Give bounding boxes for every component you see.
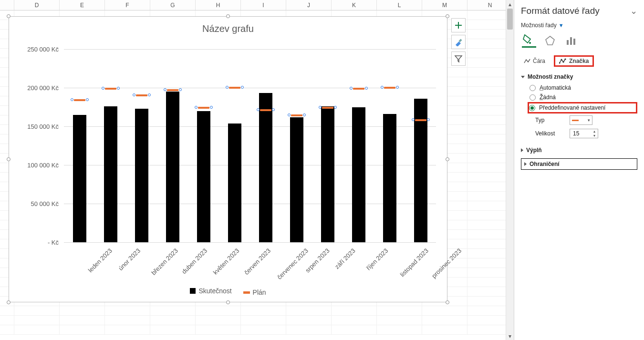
- chart-elements-button[interactable]: [451, 18, 466, 32]
- line-icon: [524, 58, 530, 64]
- bar[interactable]: [228, 124, 241, 242]
- radio-icon: [529, 105, 535, 111]
- fill-line-category-icon[interactable]: [522, 33, 536, 48]
- pane-options-chevron[interactable]: ⌄: [630, 6, 637, 16]
- svg-point-9: [562, 61, 564, 62]
- spinner-up[interactable]: ▴: [592, 129, 597, 134]
- format-pane: Formát datové řady ⌄ Možnosti řady▼ Čára…: [514, 0, 644, 340]
- bar[interactable]: [352, 107, 365, 243]
- bar[interactable]: [383, 114, 396, 242]
- col-header-L[interactable]: L: [377, 0, 422, 10]
- legend-item-plan[interactable]: Plán: [243, 288, 266, 296]
- chevron-right-icon: [524, 162, 527, 166]
- tab-line[interactable]: Čára: [521, 56, 548, 66]
- svg-point-10: [564, 58, 566, 60]
- plan-marker[interactable]: [351, 86, 366, 91]
- vertical-scrollbar[interactable]: ▴ ▾: [506, 0, 514, 340]
- radio-icon: [530, 94, 536, 101]
- radio-automatic[interactable]: Automatická: [521, 83, 637, 93]
- svg-marker-3: [546, 36, 554, 45]
- plan-marker[interactable]: [72, 98, 87, 103]
- x-tick-label: červenec 2023: [275, 247, 309, 281]
- resize-handle[interactable]: [7, 14, 10, 18]
- bar[interactable]: [104, 106, 117, 242]
- col-header-M[interactable]: M: [422, 0, 467, 10]
- spinner-down[interactable]: ▾: [592, 134, 597, 138]
- y-tick-label: - Kč: [48, 239, 59, 246]
- plan-marker[interactable]: [289, 113, 304, 118]
- marker-size-input[interactable]: 15 ▴ ▾: [570, 129, 598, 138]
- col-header-E[interactable]: E: [60, 0, 105, 10]
- legend-swatch: [243, 291, 250, 294]
- plan-marker[interactable]: [165, 88, 180, 93]
- x-tick-label: září 2023: [333, 247, 356, 270]
- bar[interactable]: [135, 109, 148, 242]
- chart-title[interactable]: Název grafu: [9, 17, 447, 38]
- plan-marker[interactable]: [103, 86, 118, 91]
- x-tick-label: květen 2023: [211, 247, 240, 276]
- scroll-thumb[interactable]: [507, 9, 513, 30]
- resize-handle[interactable]: [226, 300, 230, 304]
- chart-legend[interactable]: Skutečnost Plán: [9, 287, 447, 297]
- radio-label-rest: utomatická: [543, 84, 571, 91]
- tab-marker[interactable]: Značka: [554, 55, 594, 67]
- section-marker-options[interactable]: Možnosti značky: [521, 73, 637, 80]
- chart-filters-button[interactable]: [451, 52, 466, 66]
- plan-marker[interactable]: [227, 85, 242, 90]
- chart-object[interactable]: Název grafu - Kč50 000 Kč100 000 Kč150 0…: [9, 16, 447, 302]
- legend-label: Skutečnost: [198, 287, 231, 295]
- section-fill[interactable]: Výplň: [521, 147, 637, 154]
- scroll-up-arrow[interactable]: ▴: [506, 0, 514, 8]
- y-axis[interactable]: - Kč50 000 Kč100 000 Kč150 000 Kč200 000…: [9, 49, 62, 242]
- y-tick-label: 100 000 Kč: [27, 162, 59, 169]
- bar[interactable]: [166, 92, 179, 242]
- section-label: Ohraničení: [530, 161, 560, 167]
- plan-marker[interactable]: [320, 105, 335, 110]
- marker-type-dropdown[interactable]: ▾: [570, 115, 592, 125]
- radio-none[interactable]: Žádná: [521, 93, 637, 102]
- x-tick-label: říjen 2023: [364, 247, 389, 271]
- y-tick-label: 250 000 Kč: [27, 46, 59, 53]
- col-header-I[interactable]: I: [241, 0, 286, 10]
- plan-marker[interactable]: [258, 108, 273, 113]
- x-axis[interactable]: leden 2023únor 2023březen 2023duben 2023…: [64, 243, 436, 291]
- plan-marker[interactable]: [382, 85, 397, 90]
- resize-handle[interactable]: [7, 300, 10, 304]
- chart-styles-button[interactable]: [451, 35, 466, 49]
- col-header-H[interactable]: H: [196, 0, 241, 10]
- size-label: Velikost: [535, 130, 562, 137]
- radio-preset[interactable]: Předdefinované nastavení: [528, 102, 637, 113]
- bar[interactable]: [259, 93, 272, 242]
- tab-line-label: Čára: [533, 58, 545, 64]
- effects-category-icon[interactable]: [543, 33, 557, 48]
- col-header-J[interactable]: J: [286, 0, 332, 10]
- y-tick-label: 50 000 Kč: [31, 200, 59, 207]
- resize-handle[interactable]: [446, 157, 449, 161]
- section-border[interactable]: Ohraničení: [521, 158, 637, 170]
- resize-handle[interactable]: [446, 14, 449, 18]
- scroll-down-arrow[interactable]: ▾: [506, 332, 514, 340]
- col-header-D[interactable]: D: [14, 0, 60, 10]
- chart-quick-tools: [451, 18, 466, 68]
- plan-marker[interactable]: [413, 118, 428, 123]
- line-marker-tabs: Čára Značka: [521, 55, 637, 67]
- chevron-down-icon: ▾: [588, 118, 590, 123]
- resize-handle[interactable]: [226, 14, 230, 18]
- bar[interactable]: [73, 115, 86, 242]
- legend-item-skutecnost[interactable]: Skutečnost: [190, 287, 231, 295]
- plot-area[interactable]: [64, 49, 436, 242]
- col-header-K[interactable]: K: [332, 0, 377, 10]
- plan-marker[interactable]: [134, 93, 149, 98]
- col-header-G[interactable]: G: [150, 0, 196, 10]
- x-tick-label: leden 2023: [86, 247, 113, 274]
- series-options-dropdown[interactable]: Možnosti řady▼: [521, 22, 637, 29]
- bar[interactable]: [321, 106, 334, 242]
- bar[interactable]: [290, 117, 303, 242]
- col-header[interactable]: [0, 0, 14, 10]
- bar[interactable]: [197, 111, 210, 242]
- col-header-F[interactable]: F: [105, 0, 150, 10]
- plan-marker[interactable]: [196, 105, 211, 110]
- chevron-right-icon: [521, 148, 523, 152]
- series-options-category-icon[interactable]: [564, 33, 578, 48]
- resize-handle[interactable]: [446, 300, 449, 304]
